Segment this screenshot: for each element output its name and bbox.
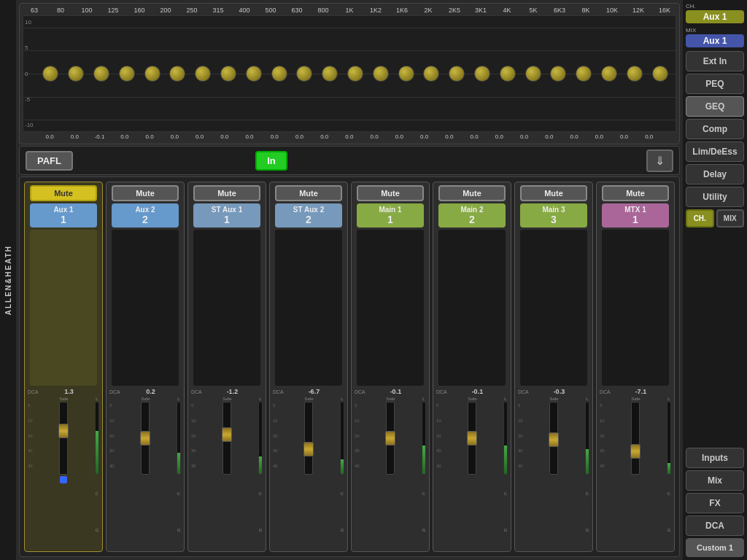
mix-ch-button[interactable]: MIX — [716, 209, 745, 228]
eq-knob-125[interactable] — [119, 66, 135, 82]
delay-button[interactable]: Delay — [686, 164, 744, 184]
eq-band-80[interactable] — [68, 16, 84, 131]
eq-band-6K3[interactable] — [550, 16, 566, 131]
eq-knob-500[interactable] — [271, 66, 287, 82]
fader-track-aux1[interactable] — [59, 402, 68, 475]
eq-knob-10K[interactable] — [601, 66, 617, 82]
eq-band-315[interactable] — [220, 16, 236, 131]
ch-badge-value[interactable]: Aux 1 — [686, 10, 744, 23]
eq-knob-2K[interactable] — [423, 66, 439, 82]
mix-badge-value[interactable]: Aux 1 — [686, 34, 744, 47]
eq-knob-2K5[interactable] — [449, 66, 465, 82]
eq-knob-200[interactable] — [169, 66, 185, 82]
eq-knob-160[interactable] — [144, 66, 160, 82]
eq-knob-63[interactable] — [42, 66, 58, 82]
eq-knob-630[interactable] — [296, 66, 312, 82]
ch-mix-row: CH. MIX — [686, 209, 744, 228]
fader-track-main3[interactable] — [549, 402, 558, 475]
mute-button-staux1[interactable]: Mute — [193, 185, 260, 201]
eq-band-3K1[interactable] — [474, 16, 490, 131]
eq-knob-250[interactable] — [195, 66, 211, 82]
eq-band-125[interactable] — [119, 16, 135, 131]
mute-button-staux2[interactable]: Mute — [275, 185, 342, 201]
eq-band-5K[interactable] — [525, 16, 541, 131]
mute-button-aux1[interactable]: Mute — [30, 185, 97, 201]
eq-band-250[interactable] — [195, 16, 211, 131]
eq-knob-100[interactable] — [93, 66, 109, 82]
eq-knob-16K[interactable] — [652, 66, 668, 82]
eq-knob-12K[interactable] — [627, 66, 643, 82]
eq-knob-4K[interactable] — [500, 66, 516, 82]
mute-button-aux2[interactable]: Mute — [112, 185, 179, 201]
lcg-labels-main1: CG — [422, 475, 426, 548]
eq-band-10K[interactable] — [601, 16, 617, 131]
eq-band-800[interactable] — [322, 16, 338, 131]
eq-knob-80[interactable] — [68, 66, 84, 82]
fader-handle-aux1[interactable] — [58, 424, 69, 438]
ch-button[interactable]: CH. — [686, 209, 714, 228]
fader-value-staux2: -6.7 — [284, 388, 344, 395]
ext-in-button[interactable]: Ext In — [686, 51, 744, 71]
custom-button[interactable]: Custom 1 — [686, 538, 744, 557]
eq-band-1K2[interactable] — [373, 16, 389, 131]
fader-handle-main2[interactable] — [467, 431, 477, 446]
mute-button-main2[interactable]: Mute — [438, 185, 506, 201]
inputs-button[interactable]: Inputs — [686, 448, 744, 468]
mute-button-main3[interactable]: Mute — [520, 185, 587, 201]
lim-deess-button[interactable]: Lim/DeEss — [686, 141, 744, 162]
eq-band-400[interactable] — [246, 16, 262, 131]
eq-knob-1K2[interactable] — [373, 66, 389, 82]
fader-track-aux2[interactable] — [141, 402, 150, 475]
fader-value-main2: -0.1 — [447, 388, 508, 395]
eq-band-12K[interactable] — [627, 16, 643, 131]
eq-band-160[interactable] — [144, 16, 160, 131]
fader-track-main2[interactable] — [468, 402, 476, 475]
eq-band-500[interactable] — [271, 16, 287, 131]
eq-band-2K5[interactable] — [449, 16, 465, 131]
fader-track-container-mtx1: Safe — [606, 397, 665, 548]
eq-band-2K[interactable] — [423, 16, 439, 131]
eq-knob-8K[interactable] — [576, 66, 592, 82]
eq-band-630[interactable] — [296, 16, 312, 131]
eq-knob-800[interactable] — [322, 66, 338, 82]
dca-button[interactable]: DCA — [686, 516, 744, 536]
safe-label-main3: Safe — [549, 397, 558, 401]
eq-knob-1K[interactable] — [347, 66, 363, 82]
download-button[interactable]: ⇓ — [646, 149, 673, 172]
fader-handle-main3[interactable] — [549, 432, 559, 447]
eq-band-4K[interactable] — [500, 16, 516, 131]
eq-knob-6K3[interactable] — [550, 66, 566, 82]
fader-handle-staux2[interactable] — [303, 442, 314, 456]
dca-label-mtx1: DCA — [600, 389, 611, 394]
in-button[interactable]: In — [255, 151, 287, 171]
pafl-button[interactable]: PAFL — [26, 151, 73, 171]
mute-button-main1[interactable]: Mute — [357, 185, 424, 201]
eq-band-100[interactable] — [93, 16, 109, 131]
eq-band-1K[interactable] — [347, 16, 363, 131]
fader-track-main1[interactable] — [386, 402, 395, 475]
fader-handle-aux2[interactable] — [140, 431, 150, 446]
comp-button[interactable]: Comp — [686, 119, 744, 139]
mix-nav-button[interactable]: Mix — [686, 470, 744, 491]
utility-button[interactable]: Utility — [686, 187, 744, 207]
fader-handle-mtx1[interactable] — [630, 444, 640, 459]
eq-band-16K[interactable] — [652, 16, 668, 131]
fader-track-mtx1[interactable] — [631, 402, 640, 475]
fader-track-staux2[interactable] — [304, 402, 313, 475]
eq-band-63[interactable] — [42, 16, 58, 131]
fader-handle-main1[interactable] — [385, 431, 395, 446]
eq-knob-1K6[interactable] — [398, 66, 414, 82]
eq-band-200[interactable] — [169, 16, 185, 131]
eq-knob-315[interactable] — [220, 66, 236, 82]
fader-handle-staux1[interactable] — [222, 427, 232, 442]
eq-knob-5K[interactable] — [525, 66, 541, 82]
mute-button-mtx1[interactable]: Mute — [602, 185, 669, 201]
eq-knob-400[interactable] — [246, 66, 262, 82]
eq-knob-3K1[interactable] — [474, 66, 490, 82]
eq-band-1K6[interactable] — [398, 16, 414, 131]
fader-track-staux1[interactable] — [222, 402, 231, 475]
peq-button[interactable]: PEQ — [686, 74, 744, 94]
fx-button[interactable]: FX — [686, 493, 744, 513]
geq-button[interactable]: GEQ — [686, 96, 744, 117]
eq-band-8K[interactable] — [576, 16, 592, 131]
